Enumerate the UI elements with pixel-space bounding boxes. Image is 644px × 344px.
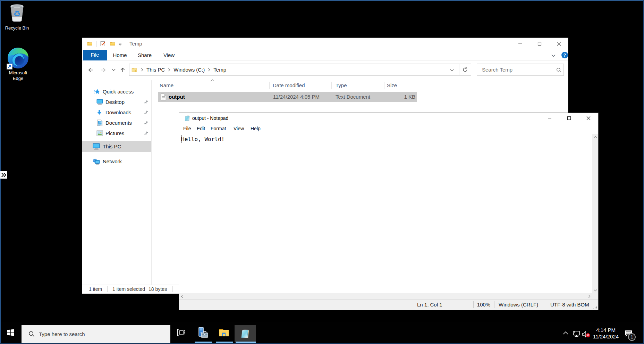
up-icon[interactable]	[120, 67, 126, 73]
notepad-title-bar[interactable]: output - Notepad	[179, 113, 598, 123]
vm-frame-top	[0, 0, 644, 1]
nav-divider[interactable]	[151, 80, 152, 285]
file-type: Text Document	[336, 92, 370, 102]
text-file-icon	[161, 93, 166, 100]
menu-format[interactable]: Format	[211, 123, 226, 134]
file-row-output[interactable]: output 11/24/2024 4:05 PM Text Document …	[158, 92, 417, 102]
notepad-icon	[184, 115, 190, 121]
explorer-search-input[interactable]	[481, 64, 552, 75]
qat-separator	[96, 41, 96, 47]
breadcrumb-temp[interactable]: Temp	[213, 67, 226, 73]
desktop-icon-microsoft-edge[interactable]: Microsoft Edge	[1, 47, 35, 81]
scroll-right-button[interactable]	[586, 293, 592, 299]
file-name: output	[169, 92, 185, 102]
tab-home[interactable]: Home	[110, 50, 130, 60]
expand-ribbon-chevron-icon[interactable]	[551, 54, 556, 57]
notepad-text-area[interactable]: Hello, World!	[179, 134, 592, 293]
column-header-size[interactable]: Size	[387, 80, 397, 91]
vertical-scrollbar[interactable]	[592, 134, 598, 293]
sidebar-item-network[interactable]: Network	[82, 156, 151, 167]
search-icon[interactable]	[556, 67, 561, 73]
recent-locations-chevron-icon[interactable]	[112, 68, 116, 71]
sidebar-item-pictures[interactable]: Pictures	[82, 128, 151, 138]
tab-file[interactable]: File	[83, 50, 107, 60]
sidebar-item-quick-access[interactable]: Quick access	[82, 86, 151, 97]
column-separator[interactable]	[419, 82, 419, 89]
column-separator[interactable]	[331, 82, 332, 89]
explorer-title-bar[interactable]: Temp	[82, 38, 568, 50]
pin-icon	[144, 131, 149, 135]
checkbox-properties-icon[interactable]	[100, 41, 106, 47]
horizontal-scrollbar[interactable]	[179, 293, 592, 299]
breadcrumb-windows-c[interactable]: Windows (C:)	[173, 67, 205, 73]
breadcrumb-chevron-icon	[168, 68, 170, 72]
status-separator	[412, 301, 412, 308]
notepad-text-content[interactable]: Hello, World!	[181, 135, 224, 143]
close-button[interactable]	[549, 38, 569, 50]
menu-edit[interactable]: Edit	[197, 123, 205, 134]
scroll-left-button[interactable]	[179, 293, 185, 299]
status-selected-bytes: 18 bytes	[149, 285, 167, 294]
notification-badge: 1	[628, 333, 636, 341]
column-header-name[interactable]: Name	[160, 80, 173, 91]
sidebar-item-desktop[interactable]: Desktop	[82, 97, 151, 107]
tab-share[interactable]: Share	[135, 50, 155, 60]
help-button[interactable]: ?	[561, 52, 568, 58]
explorer-address-row: This PC Windows (C:) Temp	[82, 60, 568, 80]
start-button[interactable]	[0, 323, 22, 342]
show-desktop-button[interactable]	[641, 325, 641, 342]
scroll-down-button[interactable]	[592, 287, 598, 293]
maximize-button[interactable]	[559, 113, 579, 123]
tray-expand-button[interactable]	[559, 327, 572, 338]
status-separator	[172, 286, 173, 292]
back-icon[interactable]	[88, 67, 94, 73]
pin-icon	[144, 121, 149, 125]
desktop-icon	[96, 99, 103, 105]
menu-view[interactable]: View	[234, 123, 244, 134]
taskbar-search-input[interactable]	[38, 325, 167, 343]
forward-icon[interactable]	[100, 67, 106, 73]
column-separator[interactable]	[269, 82, 270, 89]
network-status-icon[interactable]	[573, 330, 580, 337]
maximize-icon	[537, 42, 542, 46]
address-dropdown-chevron-icon[interactable]	[450, 69, 454, 72]
tab-view[interactable]: View	[159, 50, 179, 60]
sidebar-item-this-pc[interactable]: This PC	[82, 141, 151, 152]
sidebar-item-downloads[interactable]: Downloads	[82, 107, 151, 117]
notepad-status-bar: Ln 1, Col 1 100% Windows (CRLF) UTF-8 wi…	[179, 299, 598, 310]
resize-grip-icon[interactable]	[593, 305, 598, 310]
sidebar-item-documents[interactable]: Documents	[82, 117, 151, 128]
maximize-button[interactable]	[530, 38, 549, 50]
vm-expand-tab[interactable]	[0, 171, 7, 179]
refresh-icon[interactable]	[462, 67, 468, 73]
explorer-search-box[interactable]	[477, 64, 564, 76]
close-button[interactable]	[579, 113, 598, 123]
taskbar-clock[interactable]: 4:14 PM 11/24/2024	[591, 325, 621, 341]
menu-file[interactable]: File	[183, 123, 191, 134]
volume-muted-icon[interactable]	[582, 331, 590, 338]
breadcrumb-this-pc[interactable]: This PC	[146, 67, 165, 73]
minimize-icon	[548, 116, 552, 120]
task-view-button[interactable]	[170, 323, 192, 342]
folder-icon[interactable]	[87, 41, 92, 46]
menu-help[interactable]: Help	[251, 123, 261, 134]
taskbar-app-notepad[interactable]	[235, 325, 256, 342]
pin-icon	[144, 110, 149, 114]
desktop-icon-recycle-bin[interactable]: Recycle Bin	[0, 3, 34, 31]
minimize-button[interactable]	[540, 113, 559, 123]
status-separator	[547, 301, 547, 308]
scroll-up-icon	[594, 136, 597, 138]
address-bar[interactable]: This PC Windows (C:) Temp	[129, 64, 471, 76]
taskbar-app-server-manager[interactable]	[192, 323, 213, 342]
column-header-date-modified[interactable]: Date modified	[273, 80, 305, 91]
status-separator	[107, 286, 108, 292]
minimize-button[interactable]	[510, 38, 530, 50]
folder-icon[interactable]	[110, 41, 115, 46]
task-view-icon	[177, 329, 185, 336]
taskbar-app-file-explorer[interactable]	[213, 323, 235, 342]
column-separator[interactable]	[384, 82, 384, 89]
customize-qat-chevron-icon[interactable]	[118, 42, 122, 46]
scroll-up-button[interactable]	[592, 134, 598, 140]
taskbar-search-box[interactable]	[22, 325, 170, 343]
column-header-type[interactable]: Type	[336, 80, 347, 91]
